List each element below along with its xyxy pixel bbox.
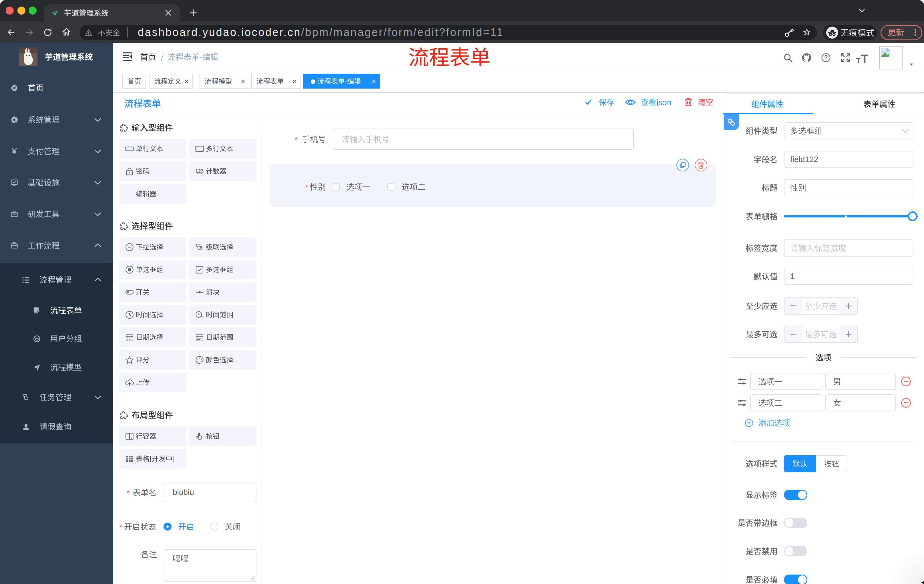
svg-text:123: 123 (195, 168, 203, 174)
